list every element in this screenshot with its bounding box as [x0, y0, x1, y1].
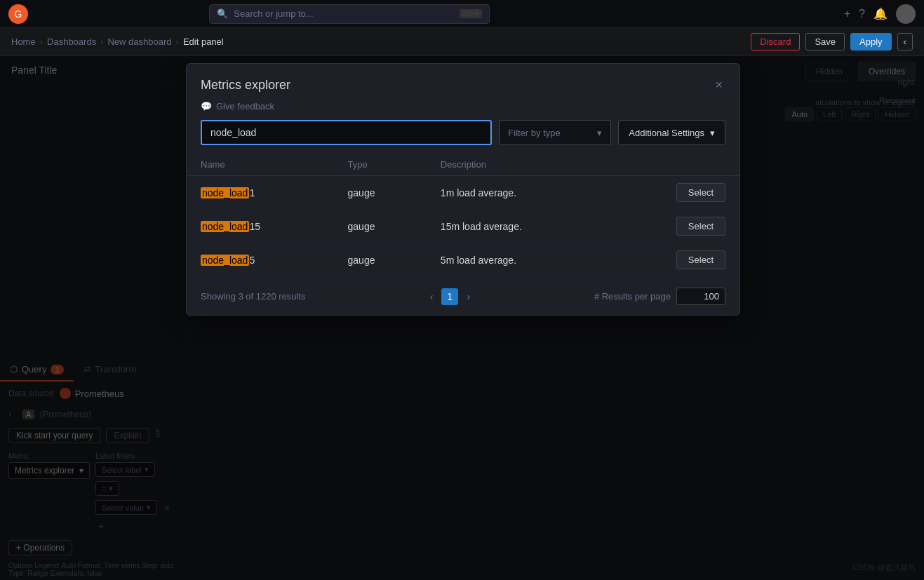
bell-icon[interactable]: 🔔 — [873, 7, 888, 20]
showing-text: Showing 3 of 1220 results — [201, 291, 306, 302]
metric-action-1: Select — [610, 176, 739, 210]
additional-settings-label: Additional Settings — [629, 128, 704, 138]
filter-type-chevron: ▾ — [597, 128, 602, 138]
breadcrumb-dashboards[interactable]: Dashboards — [47, 36, 96, 47]
breadcrumb-new-dashboard[interactable]: New dashboard — [107, 36, 171, 47]
table-row: node_load15 gauge 15m load average. Sele… — [187, 210, 739, 243]
filter-type-placeholder: Filter by type — [508, 128, 560, 138]
metric-desc-3: 5m load average. — [427, 243, 610, 277]
select-button-3[interactable]: Select — [676, 250, 725, 269]
metric-action-3: Select — [610, 243, 739, 277]
metric-action-2: Select — [610, 210, 739, 243]
metric-type-2: gauge — [334, 210, 427, 243]
page-1-button[interactable]: 1 — [441, 288, 458, 305]
metric-highlight-1: node_load — [201, 187, 249, 198]
metric-highlight-3: node_load — [201, 255, 249, 266]
chevron-button[interactable]: ‹ — [897, 33, 913, 50]
help-icon[interactable]: ? — [859, 8, 865, 20]
metric-name-3: node_load5 — [187, 243, 334, 277]
metrics-explorer-modal: Metrics explorer × 💬 Give feedback Filte… — [186, 63, 740, 316]
additional-settings-button[interactable]: Additional Settings ▾ — [618, 120, 725, 145]
modal-header: Metrics explorer × — [187, 64, 739, 101]
breadcrumb-edit-panel: Edit panel — [183, 36, 224, 47]
col-type: Type — [334, 154, 427, 176]
modal-footer: Showing 3 of 1220 results ‹ 1 › # Result… — [187, 277, 739, 315]
metric-type-3: gauge — [334, 243, 427, 277]
feedback-icon: 💬 — [201, 101, 212, 112]
metrics-table: Name Type Description node_load1 gauge 1… — [187, 154, 739, 277]
top-right-icons: + ? 🔔 — [844, 4, 916, 24]
table-row: node_load1 gauge 1m load average. Select — [187, 176, 739, 210]
metric-highlight-2: node_load — [201, 221, 249, 232]
col-description: Description — [427, 154, 610, 176]
top-bar: G 🔍 Search or jump to... ctrl+k + ? 🔔 — [0, 0, 924, 28]
breadcrumb-bar: Home › Dashboards › New dashboard › Edit… — [0, 28, 924, 56]
results-per-page-input[interactable] — [676, 288, 725, 305]
select-button-2[interactable]: Select — [676, 217, 725, 236]
search-shortcut: ctrl+k — [460, 9, 482, 18]
metric-desc-2: 15m load average. — [427, 210, 610, 243]
results-per-page-label: # Results per page — [594, 291, 671, 302]
prev-page-button[interactable]: ‹ — [424, 288, 439, 305]
search-bar[interactable]: 🔍 Search or jump to... ctrl+k — [209, 4, 490, 24]
feedback-label: Give feedback — [216, 101, 274, 112]
apply-button[interactable]: Apply — [850, 33, 892, 50]
modal-feedback[interactable]: 💬 Give feedback — [187, 101, 739, 120]
metric-name-1: node_load1 — [187, 176, 334, 210]
filter-by-type-select[interactable]: Filter by type ▾ — [499, 120, 611, 145]
metric-name-2: node_load15 — [187, 210, 334, 243]
grafana-logo[interactable]: G — [8, 4, 28, 24]
metric-type-1: gauge — [334, 176, 427, 210]
col-name: Name — [187, 154, 334, 176]
discard-button[interactable]: Discard — [751, 33, 800, 50]
plus-icon[interactable]: + — [844, 8, 850, 20]
search-icon: 🔍 — [217, 8, 228, 19]
additional-settings-chevron: ▾ — [710, 128, 715, 138]
breadcrumb-home[interactable]: Home — [11, 36, 36, 47]
metric-search-input[interactable] — [201, 120, 492, 145]
search-placeholder: Search or jump to... — [234, 8, 454, 19]
user-avatar[interactable] — [896, 4, 916, 24]
metric-desc-1: 1m load average. — [427, 176, 610, 210]
breadcrumb-actions: Discard Save Apply ‹ — [751, 33, 913, 50]
save-button[interactable]: Save — [805, 33, 845, 50]
table-row: node_load5 gauge 5m load average. Select — [187, 243, 739, 277]
next-page-button[interactable]: › — [461, 288, 476, 305]
pagination: ‹ 1 › — [424, 288, 476, 305]
select-button-1[interactable]: Select — [676, 183, 725, 202]
modal-title: Metrics explorer — [201, 78, 290, 93]
modal-search-row: Filter by type ▾ Additional Settings ▾ — [187, 120, 739, 154]
modal-close-button[interactable]: × — [712, 75, 725, 95]
results-per-page: # Results per page — [594, 288, 725, 305]
